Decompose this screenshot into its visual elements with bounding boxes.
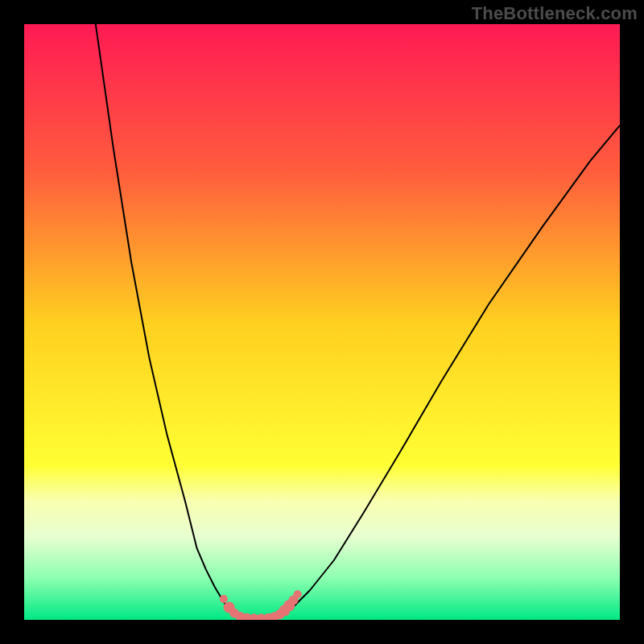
bottleneck-curve-chart — [24, 24, 620, 620]
gradient-background — [24, 24, 620, 620]
valley-marker — [220, 595, 228, 603]
plot-area — [24, 24, 620, 620]
valley-marker — [294, 590, 302, 598]
chart-frame: TheBottleneck.com — [0, 0, 644, 644]
watermark-text: TheBottleneck.com — [472, 3, 638, 24]
